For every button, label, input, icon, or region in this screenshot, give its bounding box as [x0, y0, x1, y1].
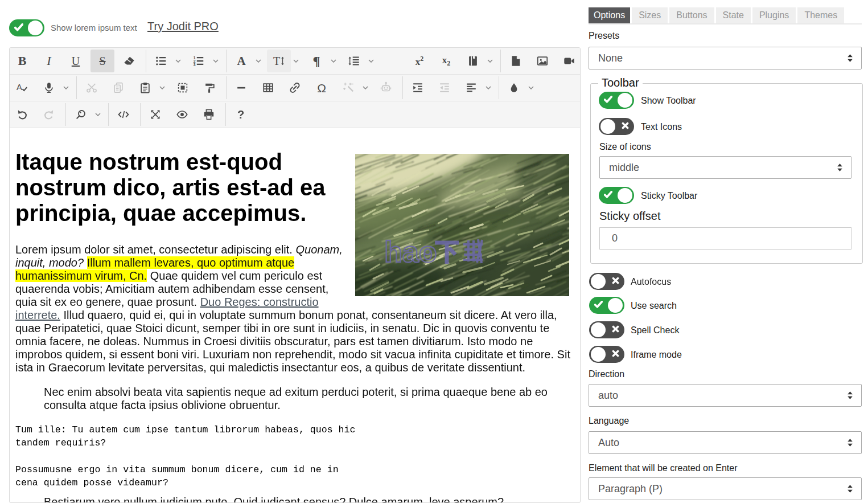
svg-text:hao: hao: [384, 235, 437, 268]
